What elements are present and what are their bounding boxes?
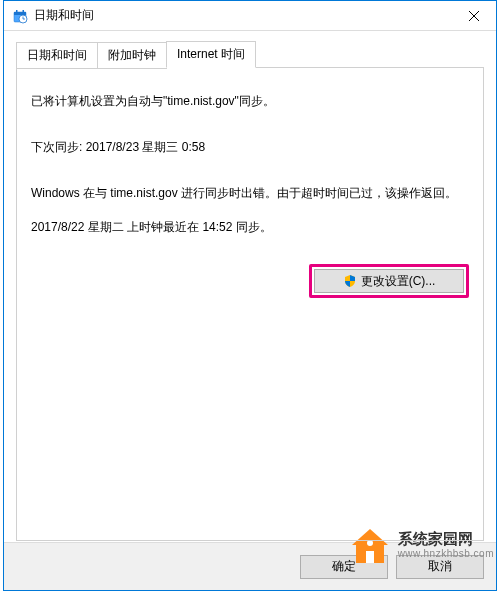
tab-panel-internet-time: 已将计算机设置为自动与"time.nist.gov"同步。 下次同步: 2017… [16, 67, 484, 541]
last-sync-text: 2017/8/22 星期二 上时钟最近在 14:52 同步。 [31, 218, 469, 236]
svg-rect-9 [366, 551, 374, 563]
titlebar: 日期和时间 [4, 1, 496, 31]
change-settings-row: 更改设置(C)... [31, 264, 469, 298]
tab-date-time[interactable]: 日期和时间 [16, 42, 98, 69]
tab-strip: 日期和时间 附加时钟 Internet 时间 [16, 41, 484, 68]
close-button[interactable] [451, 1, 496, 31]
next-sync-text: 下次同步: 2017/8/23 星期三 0:58 [31, 138, 469, 156]
tab-label: 日期和时间 [27, 48, 87, 62]
svg-rect-2 [16, 10, 18, 13]
spacer [31, 314, 469, 526]
change-settings-label: 更改设置(C)... [361, 273, 436, 290]
date-time-dialog: 日期和时间 日期和时间 附加时钟 Internet 时间 已将计 [3, 0, 497, 591]
sync-status-text: 已将计算机设置为自动与"time.nist.gov"同步。 [31, 92, 469, 110]
highlight-box: 更改设置(C)... [309, 264, 469, 298]
sync-error-text: Windows 在与 time.nist.gov 进行同步时出错。由于超时时间已… [31, 184, 469, 202]
clock-icon [12, 8, 28, 24]
svg-rect-3 [23, 10, 25, 13]
tab-container: 日期和时间 附加时钟 Internet 时间 已将计算机设置为自动与"time.… [16, 41, 484, 542]
change-settings-button[interactable]: 更改设置(C)... [314, 269, 464, 293]
tab-label: 附加时钟 [108, 48, 156, 62]
svg-rect-1 [14, 12, 26, 15]
tab-additional-clocks[interactable]: 附加时钟 [97, 42, 167, 69]
tab-label: Internet 时间 [177, 47, 245, 61]
watermark-sub: www.hnzkhbsb.com [398, 548, 494, 560]
window-title: 日期和时间 [34, 7, 451, 24]
content-area: 日期和时间 附加时钟 Internet 时间 已将计算机设置为自动与"time.… [4, 31, 496, 542]
tab-internet-time[interactable]: Internet 时间 [166, 41, 256, 68]
shield-icon [343, 274, 357, 288]
